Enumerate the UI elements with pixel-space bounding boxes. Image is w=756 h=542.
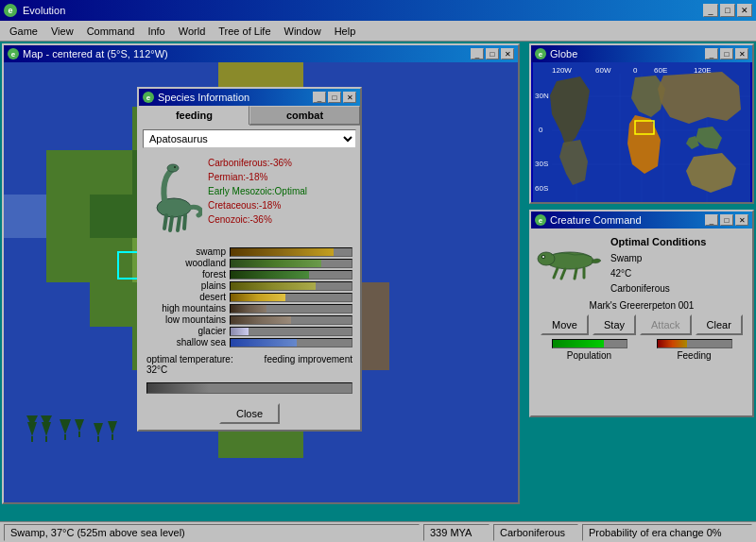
creature-maximize[interactable]: □ xyxy=(720,214,733,226)
feeding-bar-group: Feeding xyxy=(657,339,732,361)
creature-close[interactable]: ✕ xyxy=(735,214,748,226)
feeding-bar xyxy=(657,339,732,348)
main-area: e Map - centered at (5°S, 112°W) _ □ ✕ xyxy=(0,42,756,542)
globe-maximize[interactable]: □ xyxy=(720,48,733,59)
map-minimize[interactable]: _ xyxy=(471,48,484,59)
status-mya: 339 MYA xyxy=(423,524,490,541)
tab-feeding[interactable]: feeding xyxy=(139,106,249,126)
svg-line-48 xyxy=(554,268,558,278)
globe-close[interactable]: ✕ xyxy=(735,48,748,59)
app-title: Evolution xyxy=(23,5,65,16)
era-permian: Permian:-18% xyxy=(208,170,356,184)
globe-window-icon: e xyxy=(535,48,546,59)
habitat-high-mountains-label: high mountains xyxy=(145,303,230,313)
status-probability-text: Probability of era change 0% xyxy=(589,527,722,538)
species-dropdown-row: Apatosaurus xyxy=(139,126,360,152)
habitat-woodland: woodland xyxy=(145,258,354,268)
status-bar: Swamp, 37°C (525m above sea level) 339 M… xyxy=(0,521,756,542)
status-era: Carboniferous xyxy=(493,524,578,541)
globe-window-title: Globe xyxy=(550,48,577,59)
map-maximize[interactable]: □ xyxy=(486,48,499,59)
population-label: Population xyxy=(567,350,611,361)
status-location-text: Swamp, 37°C (525m above sea level) xyxy=(10,527,185,538)
status-location: Swamp, 37°C (525m above sea level) xyxy=(4,524,420,541)
habitat-plains-bar xyxy=(230,281,352,291)
menu-command[interactable]: Command xyxy=(81,24,141,39)
move-button[interactable]: Move xyxy=(541,314,589,335)
creature-body: Optimal Conditions Swamp 42°C Carbonifer… xyxy=(531,229,752,366)
habitat-high-mountains-bar xyxy=(230,304,352,313)
habitat-low-mountains-label: low mountains xyxy=(145,314,230,325)
svg-line-22 xyxy=(178,217,180,230)
globe-title-bar: e Globe _ □ ✕ xyxy=(531,45,752,62)
feeding-progress-bar xyxy=(146,382,352,394)
menu-window[interactable]: Window xyxy=(279,24,327,39)
close-button[interactable]: ✕ xyxy=(737,4,752,17)
minimize-button[interactable]: _ xyxy=(703,4,718,17)
creature-window-icon: e xyxy=(535,214,546,226)
species-title-bar: e Species Information _ □ ✕ xyxy=(139,89,360,106)
creature-bars: Population Feeding xyxy=(537,339,747,361)
optimal-temp-row: optimal temperature: 32°C feeding improv… xyxy=(139,350,360,379)
habitat-desert-bar xyxy=(230,293,352,302)
svg-line-49 xyxy=(561,269,565,279)
globe-minimize[interactable]: _ xyxy=(705,48,718,59)
habitat-woodland-label: woodland xyxy=(145,258,230,268)
svg-point-19 xyxy=(167,164,179,172)
species-dropdown[interactable]: Apatosaurus xyxy=(143,129,356,148)
species-window: e Species Information _ □ ✕ feeding comb… xyxy=(137,87,362,432)
species-close[interactable]: ✕ xyxy=(343,92,356,103)
era-carboniferous: Carboniferous:-36% xyxy=(208,156,356,170)
optimal-temp-group: optimal temperature: 32°C xyxy=(146,354,233,375)
species-maximize[interactable]: □ xyxy=(328,92,341,103)
habitat-plains: plains xyxy=(145,280,354,291)
habitat-section: swamp woodland forest xyxy=(139,245,360,350)
svg-line-20 xyxy=(164,215,166,229)
menu-game[interactable]: Game xyxy=(4,24,43,39)
species-image xyxy=(143,156,204,241)
creature-minimize[interactable]: _ xyxy=(705,214,718,226)
creature-window: e Creature Command _ □ ✕ xyxy=(529,210,754,417)
optimal-temp-value: 32°C xyxy=(146,364,233,375)
svg-text:60E: 60E xyxy=(654,66,667,75)
attack-button[interactable]: Attack xyxy=(640,314,692,335)
habitat-high-mountains: high mountains xyxy=(145,303,354,313)
era-info: Carboniferous:-36% Permian:-18% Early Me… xyxy=(208,156,356,241)
map-close[interactable]: ✕ xyxy=(501,48,514,59)
habitat-low-mountains: low mountains xyxy=(145,314,354,325)
svg-text:60W: 60W xyxy=(595,66,611,75)
species-close-button[interactable]: Close xyxy=(219,403,280,424)
menu-view[interactable]: View xyxy=(45,24,79,39)
stay-button[interactable]: Stay xyxy=(593,314,636,335)
species-window-icon: e xyxy=(143,92,154,103)
svg-line-23 xyxy=(184,215,185,229)
maximize-button[interactable]: □ xyxy=(720,4,735,17)
app-title-bar: e Evolution _ □ ✕ xyxy=(0,0,756,21)
menu-world[interactable]: World xyxy=(173,24,212,39)
svg-point-47 xyxy=(542,256,544,258)
species-minimize[interactable]: _ xyxy=(313,92,326,103)
status-probability: Probability of era change 0% xyxy=(582,524,752,541)
optimal-temp-label: optimal temperature: xyxy=(146,354,233,364)
habitat-forest-bar xyxy=(230,270,352,279)
svg-point-24 xyxy=(174,166,176,168)
era-early-mesozoic: Early Mesozoic:Optimal xyxy=(208,184,356,198)
globe-content: 120W 60W 0 60E 120E 30N 0 30S 60S xyxy=(531,62,752,202)
feeding-improvement-label: feeding improvement xyxy=(265,354,352,375)
clear-button[interactable]: Clear xyxy=(696,314,743,335)
creature-title-bar: e Creature Command _ □ ✕ xyxy=(531,212,752,229)
svg-text:30S: 30S xyxy=(535,160,548,168)
menu-help[interactable]: Help xyxy=(329,24,362,39)
creature-name: Mark's Greererpeton 001 xyxy=(537,300,747,311)
menu-info[interactable]: Info xyxy=(142,24,170,39)
tab-combat[interactable]: combat xyxy=(249,106,360,125)
menu-treeoflife[interactable]: Tree of Life xyxy=(213,24,276,39)
habitat-forest-label: forest xyxy=(145,269,230,279)
map-title: Map - centered at (5°S, 112°W) xyxy=(23,48,168,59)
svg-text:120W: 120W xyxy=(552,66,572,75)
habitat-desert-label: desert xyxy=(145,292,230,302)
habitat-swamp-label: swamp xyxy=(145,246,230,257)
svg-line-21 xyxy=(170,217,172,230)
globe-svg: 120W 60W 0 60E 120E 30N 0 30S 60S xyxy=(531,62,752,202)
condition-era: Carboniferous xyxy=(610,281,747,296)
